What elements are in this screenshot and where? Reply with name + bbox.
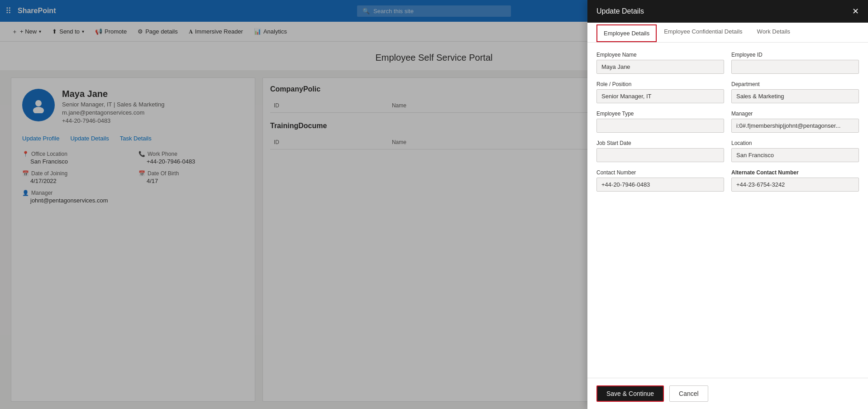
manager-group: Manager (731, 111, 859, 133)
employee-type-group: Employee Type (596, 111, 724, 133)
job-start-date-group: Job Start Date (596, 140, 724, 162)
role-position-input[interactable] (596, 89, 724, 103)
save-continue-button[interactable]: Save & Continue (596, 385, 664, 402)
modal-body: Employee Name Employee ID Role / Positio… (587, 43, 868, 378)
modal-close-button[interactable]: ✕ (852, 7, 859, 15)
department-label: Department (731, 81, 859, 87)
department-group: Department (731, 81, 859, 103)
employee-type-label: Employee Type (596, 111, 724, 117)
manager-form-label: Manager (731, 111, 859, 117)
modal-panel: Update Details ✕ Employee Details Employ… (587, 0, 868, 409)
job-start-date-label: Job Start Date (596, 140, 724, 146)
location-group: Location (731, 140, 859, 162)
alt-contact-input[interactable] (731, 178, 859, 192)
employee-id-group: Employee ID (731, 52, 859, 74)
contact-number-input[interactable] (596, 178, 724, 192)
modal-overlay: Update Details ✕ Employee Details Employ… (0, 0, 868, 409)
modal-title: Update Details (596, 7, 644, 15)
tab-employee-details[interactable]: Employee Details (596, 24, 657, 42)
cancel-button[interactable]: Cancel (669, 385, 708, 402)
form-row-4: Job Start Date Location (596, 140, 859, 162)
tab-employee-confidential[interactable]: Employee Confidential Details (657, 23, 749, 42)
location-input[interactable] (731, 148, 859, 162)
alt-contact-label: Alternate Contact Number (731, 169, 859, 176)
employee-id-input[interactable] (731, 60, 859, 74)
modal-tabs: Employee Details Employee Confidential D… (587, 23, 868, 43)
form-row-5: Contact Number Alternate Contact Number (596, 169, 859, 192)
manager-input[interactable] (731, 119, 859, 133)
job-start-date-input[interactable] (596, 148, 724, 162)
department-input[interactable] (731, 89, 859, 103)
modal-header: Update Details ✕ (587, 0, 868, 23)
contact-number-group: Contact Number (596, 169, 724, 192)
employee-name-label: Employee Name (596, 52, 724, 58)
role-position-group: Role / Position (596, 81, 724, 103)
location-label: Location (731, 140, 859, 146)
form-row-3: Employee Type Manager (596, 111, 859, 133)
form-row-2: Role / Position Department (596, 81, 859, 103)
modal-footer: Save & Continue Cancel (587, 378, 868, 409)
tab-work-details[interactable]: Work Details (750, 23, 797, 42)
employee-type-input[interactable] (596, 119, 724, 133)
contact-number-label: Contact Number (596, 169, 724, 176)
employee-name-input[interactable] (596, 60, 724, 74)
form-row-1: Employee Name Employee ID (596, 52, 859, 74)
role-position-label: Role / Position (596, 81, 724, 87)
alt-contact-group: Alternate Contact Number (731, 169, 859, 192)
employee-id-label: Employee ID (731, 52, 859, 58)
employee-name-group: Employee Name (596, 52, 724, 74)
